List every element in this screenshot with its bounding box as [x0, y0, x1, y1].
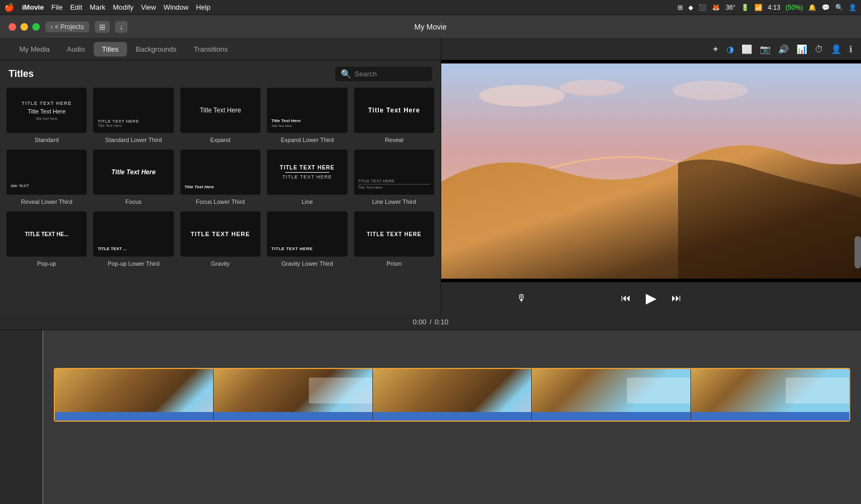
- info-icon[interactable]: ℹ: [849, 44, 852, 54]
- menubar: 🍎 iMovie File Edit Mark Modify View Wind…: [0, 0, 861, 15]
- color-wheel-icon[interactable]: ◑: [726, 44, 734, 54]
- grid-view-button[interactable]: ⊞: [95, 21, 110, 33]
- content-title: Titles: [9, 68, 34, 80]
- title-card-popup-lower-third[interactable]: TITLE TEXT ... Pop-up Lower Third: [93, 211, 173, 267]
- title-card-expand-lower-third[interactable]: Title Text Here Title Text Here Expand L…: [267, 88, 347, 143]
- scrollbar-handle[interactable]: [855, 236, 861, 268]
- timeline-track-area: [43, 330, 861, 504]
- right-panel: ✦ ◑ ⬜ 📷 🔊 📊 ⏱ 👤 ℹ: [441, 39, 861, 314]
- apple-menu[interactable]: 🍎: [4, 3, 15, 12]
- microphone-button[interactable]: 🎙: [517, 293, 526, 304]
- track-frame-5: [691, 369, 849, 421]
- full-layout: My Media Audio Titles Backgrounds Transi…: [0, 39, 861, 504]
- title-card-prism[interactable]: TITLE TEXT HERE Prism: [354, 211, 434, 267]
- menubar-cpu: (50%): [786, 4, 803, 11]
- title-card-line-lower-third[interactable]: TITLE TEXT HERE Title Text Here Line Low…: [354, 150, 434, 205]
- card-label-popup-lower-third: Pop-up Lower Third: [108, 260, 159, 267]
- thumb-focus: Title Text Here: [93, 150, 173, 195]
- skip-back-button[interactable]: ⏮: [621, 293, 631, 304]
- track-frame-3: [373, 369, 532, 421]
- content-header: Titles 🔍: [6, 67, 434, 81]
- card-label-standard-lower-third: Standard Lower Third: [105, 137, 162, 143]
- menu-window[interactable]: Window: [164, 3, 188, 11]
- download-button[interactable]: ↓: [115, 21, 128, 33]
- maximize-button[interactable]: [32, 23, 40, 31]
- camera-icon[interactable]: 📷: [760, 44, 771, 54]
- title-card-reveal[interactable]: Title Text Here Reveal: [354, 88, 434, 143]
- timecode-separator: /: [429, 318, 432, 326]
- card-label-expand-lower-third: Expand Lower Third: [281, 137, 334, 143]
- thumb-reveal: Title Text Here: [354, 88, 434, 133]
- menubar-icon-grid: ⊞: [677, 4, 683, 11]
- title-card-reveal-lower-third[interactable]: title TeXT Reveal Lower Third: [6, 150, 87, 205]
- title-card-gravity-lower-third[interactable]: TITLE TEXT HERE Gravity Lower Third: [267, 211, 347, 267]
- thumb-reveal-lower-third: title TeXT: [6, 150, 87, 195]
- minimize-button[interactable]: [20, 23, 28, 31]
- card-label-prism: Prism: [386, 260, 401, 267]
- chart-icon[interactable]: 📊: [796, 44, 807, 54]
- timecode-current: 0:00: [413, 318, 426, 326]
- card-label-standard: Standard: [34, 137, 59, 143]
- title-card-standard-lower-third[interactable]: TITLE TEXT HERE Title Text Here Standard…: [93, 88, 173, 143]
- title-card-expand[interactable]: Title Text Here Expand: [180, 88, 260, 143]
- thumb-standard: TITLE TEXT HERE Title Text Here title te…: [6, 88, 87, 133]
- video-preview: [441, 60, 861, 282]
- thumb-focus-lower-third: Title Text Here: [180, 150, 260, 195]
- card-label-reveal: Reveal: [385, 137, 403, 143]
- tab-transitions[interactable]: Transitions: [185, 42, 236, 56]
- menubar-icon-square: ⬛: [698, 4, 707, 11]
- thumb-line: TITLE TEXT HERE TITLE TEXT HERE: [267, 150, 347, 195]
- title-card-standard[interactable]: TITLE TEXT HERE Title Text Here title te…: [6, 88, 87, 143]
- projects-button[interactable]: ‹ < Projects: [45, 22, 89, 32]
- search-box[interactable]: 🔍: [335, 67, 432, 81]
- frame-thumb-1: [55, 369, 213, 412]
- tab-titles[interactable]: Titles: [94, 42, 128, 56]
- menu-modify[interactable]: Modify: [113, 3, 133, 11]
- card-label-gravity-lower-third: Gravity Lower Third: [281, 260, 333, 267]
- menubar-icon-fox: 🦊: [712, 4, 720, 11]
- menu-edit[interactable]: Edit: [70, 3, 82, 11]
- card-label-expand: Expand: [210, 137, 230, 143]
- thumb-expand: Title Text Here: [180, 88, 260, 133]
- close-button[interactable]: [9, 23, 16, 31]
- title-card-focus[interactable]: Title Text Here Focus: [93, 150, 173, 205]
- tab-backgrounds[interactable]: Backgrounds: [127, 42, 185, 56]
- menu-view[interactable]: View: [141, 3, 156, 11]
- menubar-siri: 💬: [822, 4, 830, 11]
- menubar-search-icon[interactable]: 🔍: [835, 4, 843, 11]
- track-frame-1: [55, 369, 214, 421]
- title-card-popup[interactable]: TITLE TEXT HE... Pop-up: [6, 211, 87, 267]
- thumb-popup: TITLE TEXT HE...: [6, 211, 87, 257]
- menu-help[interactable]: Help: [196, 3, 210, 11]
- chevron-left-icon: ‹: [51, 23, 53, 31]
- person-icon[interactable]: 👤: [831, 44, 842, 54]
- title-card-gravity[interactable]: TITLE TEXT HERE Gravity: [180, 211, 260, 267]
- title-card-focus-lower-third[interactable]: Title Text Here Focus Lower Third: [180, 150, 260, 205]
- menu-imovie[interactable]: iMovie: [22, 3, 44, 11]
- crop-icon[interactable]: ⬜: [742, 44, 752, 54]
- card-label-focus: Focus: [125, 198, 142, 205]
- tab-my-media[interactable]: My Media: [11, 42, 58, 56]
- menu-mark[interactable]: Mark: [90, 3, 105, 11]
- speed-icon[interactable]: ⏱: [815, 45, 823, 54]
- video-track[interactable]: [54, 368, 850, 422]
- audio-icon[interactable]: 🔊: [778, 44, 789, 54]
- frame-thumb-5: [691, 369, 849, 412]
- timeline-ruler: 0:00 / 0:10: [0, 314, 861, 330]
- search-icon: 🔍: [341, 69, 351, 79]
- svg-point-1: [479, 85, 565, 107]
- play-button[interactable]: ▶: [646, 290, 657, 307]
- search-input[interactable]: [355, 70, 430, 78]
- menubar-battery: 🔋: [741, 4, 749, 11]
- magic-wand-icon[interactable]: ✦: [712, 44, 719, 54]
- card-label-focus-lower-third: Focus Lower Third: [196, 198, 245, 205]
- menubar-left: 🍎 iMovie File Edit Mark Modify View Wind…: [4, 3, 210, 12]
- menu-file[interactable]: File: [51, 3, 62, 11]
- frame-thumb-2: [214, 369, 372, 412]
- skip-forward-button[interactable]: ⏭: [672, 293, 681, 304]
- title-card-line[interactable]: TITLE TEXT HERE TITLE TEXT HERE Line: [267, 150, 347, 205]
- title-grid: TITLE TEXT HERE Title Text Here title te…: [6, 88, 434, 267]
- tab-audio[interactable]: Audio: [58, 42, 93, 56]
- timecode-duration: 0:10: [435, 318, 448, 326]
- menubar-notification: 🔔: [808, 4, 816, 11]
